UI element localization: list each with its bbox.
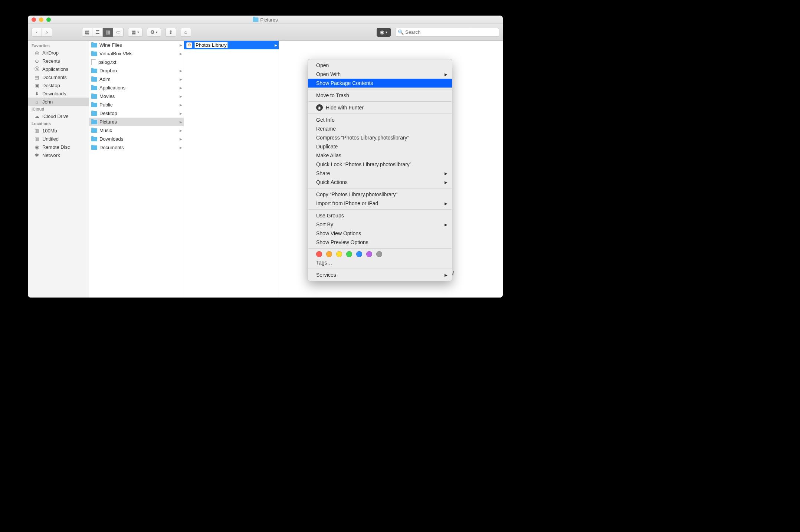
file-item[interactable]: Dropbox▶	[89, 66, 184, 75]
file-item[interactable]: pslog.txt	[89, 58, 184, 66]
file-item[interactable]: Documents▶	[89, 143, 184, 152]
file-item[interactable]: Photos Library▶	[184, 41, 279, 49]
menu-item-label: Duplicate	[316, 144, 338, 150]
menu-separator	[308, 89, 452, 89]
menu-item-make-alias[interactable]: Make Alias	[308, 151, 452, 160]
tag-color[interactable]	[366, 251, 372, 257]
file-item[interactable]: Wine Files▶	[89, 41, 184, 49]
menu-item-copy-photos-library-photoslibrary[interactable]: Copy “Photos Library.photoslibrary”	[308, 190, 452, 199]
photos-library-icon	[186, 42, 192, 48]
sidebar-item-untitled[interactable]: ▥Untitled	[28, 135, 89, 143]
arrange-group: ▦ ▾	[128, 28, 142, 37]
view-gallery-button[interactable]: ▭	[113, 28, 124, 37]
tag-color[interactable]	[356, 251, 362, 257]
sidebar-item-downloads[interactable]: ⬇Downloads	[28, 89, 89, 98]
menu-item-services[interactable]: Services	[308, 270, 452, 279]
share-button[interactable]: ⇧	[165, 28, 176, 37]
column-2: Photos Library▶	[184, 41, 279, 298]
menu-item-label: Hide with Funter	[326, 105, 364, 111]
file-item[interactable]: Pictures▶	[89, 118, 184, 126]
menu-item-show-package-contents[interactable]: Show Package Contents	[308, 79, 452, 88]
file-item[interactable]: Desktop▶	[89, 109, 184, 118]
menu-item-open[interactable]: Open	[308, 61, 452, 70]
chevron-down-icon: ▾	[137, 30, 139, 34]
window-fullscreen-button[interactable]	[46, 17, 51, 22]
menu-item-move-to-trash[interactable]: Move to Trash	[308, 91, 452, 100]
menu-item-rename[interactable]: Rename	[308, 124, 452, 133]
file-item[interactable]: Public▶	[89, 101, 184, 109]
tag-color[interactable]	[336, 251, 342, 257]
sidebar-item-network[interactable]: ✱Network	[28, 151, 89, 159]
view-list-button[interactable]: ☰	[92, 28, 103, 37]
menu-item-quick-actions[interactable]: Quick Actions	[308, 178, 452, 187]
menu-item-get-info[interactable]: Get Info	[308, 115, 452, 124]
folder-icon	[91, 43, 97, 47]
desktop-icon: ▣	[34, 82, 40, 88]
window-close-button[interactable]	[32, 17, 36, 22]
sidebar-item-recents[interactable]: ⊙Recents	[28, 57, 89, 65]
menu-item-label: Make Alias	[316, 152, 341, 158]
file-item-label: Documents	[99, 145, 124, 150]
folder-icon	[91, 137, 97, 141]
menu-item-label: Copy “Photos Library.photoslibrary”	[316, 191, 397, 197]
menu-item-show-view-options[interactable]: Show View Options	[308, 229, 452, 238]
file-item[interactable]: VirtualBox VMs▶	[89, 49, 184, 58]
file-item[interactable]: Adlm▶	[89, 75, 184, 83]
menu-item-import-from-iphone-or-ipad[interactable]: Import from iPhone or iPad	[308, 199, 452, 208]
sidebar-item-icloud-drive[interactable]: ☁iCloud Drive	[28, 112, 89, 120]
remotedisc-icon: ◉	[34, 144, 40, 150]
sidebar-item-label: 100Mb	[42, 128, 57, 134]
tag-color[interactable]	[326, 251, 332, 257]
menu-item-tags[interactable]: Tags…	[308, 258, 452, 267]
menu-item-compress-photos-library-photoslibrary[interactable]: Compress “Photos Library.photoslibrary”	[308, 133, 452, 142]
menu-item-use-groups[interactable]: Use Groups	[308, 211, 452, 220]
menu-item-open-with[interactable]: Open With	[308, 70, 452, 79]
back-button[interactable]: ‹	[32, 28, 42, 37]
tag-color[interactable]	[376, 251, 382, 257]
file-item[interactable]: Downloads▶	[89, 135, 184, 143]
airdrop-icon: ◎	[34, 50, 40, 56]
window-minimize-button[interactable]	[39, 17, 43, 22]
tags-button[interactable]: ⌂	[181, 28, 191, 37]
chevron-right-icon: ▶	[180, 129, 182, 132]
menu-separator	[308, 114, 452, 114]
menu-item-share[interactable]: Share	[308, 169, 452, 178]
file-item[interactable]: Movies▶	[89, 92, 184, 101]
recents-icon: ⊙	[34, 58, 40, 64]
sidebar-item-documents[interactable]: ▤Documents	[28, 73, 89, 81]
tag-color[interactable]	[346, 251, 352, 257]
sidebar-item-100mb[interactable]: ▥100Mb	[28, 127, 89, 135]
chevron-right-icon: ▶	[180, 43, 182, 47]
sidebar-item-airdrop[interactable]: ◎AirDrop	[28, 49, 89, 57]
folder-icon	[91, 103, 97, 107]
menu-item-duplicate[interactable]: Duplicate	[308, 142, 452, 151]
arrange-button[interactable]: ▦ ▾	[128, 28, 142, 37]
file-item[interactable]: Music▶	[89, 126, 184, 135]
action-group: ⚙ ▾	[147, 28, 161, 37]
action-button[interactable]: ⚙ ▾	[147, 28, 161, 37]
menu-item-quick-look-photos-library-photoslibrary[interactable]: Quick Look “Photos Library.photoslibrary…	[308, 160, 452, 169]
chevron-down-icon: ▾	[156, 30, 158, 34]
file-item[interactable]: Applications▶	[89, 83, 184, 92]
menu-item-label: Sort By	[316, 221, 333, 227]
menu-item-show-preview-options[interactable]: Show Preview Options	[308, 238, 452, 247]
forward-button[interactable]: ›	[42, 28, 52, 37]
search-field[interactable]: 🔍	[395, 28, 499, 37]
sidebar-item-remote-disc[interactable]: ◉Remote Disc	[28, 143, 89, 151]
search-input[interactable]	[405, 29, 496, 35]
menu-item-sort-by[interactable]: Sort By	[308, 220, 452, 229]
sidebar-item-label: Recents	[42, 58, 60, 64]
tag-color[interactable]	[316, 251, 322, 257]
toolbar: ‹ › ▦ ☰ ▥ ▭ ▦ ▾ ⚙ ▾ ⇧ ⌂ ◉ ▾ 🔍	[28, 24, 503, 41]
view-icons-button[interactable]: ▦	[82, 28, 92, 37]
menu-item-hide-with-funter[interactable]: ◉Hide with Funter	[308, 103, 452, 112]
sidebar-item-desktop[interactable]: ▣Desktop	[28, 81, 89, 89]
chevron-left-icon: ‹	[36, 29, 37, 35]
nav-buttons: ‹ ›	[32, 28, 52, 37]
sidebar-item-label: John	[42, 99, 53, 105]
funter-icon: ◉	[316, 104, 323, 111]
sidebar-item-applications[interactable]: ⒶApplications	[28, 65, 89, 73]
sidebar-item-john[interactable]: ⌂John	[28, 98, 89, 106]
view-columns-button[interactable]: ▥	[103, 28, 113, 37]
funter-toolbar-button[interactable]: ◉ ▾	[377, 28, 391, 37]
